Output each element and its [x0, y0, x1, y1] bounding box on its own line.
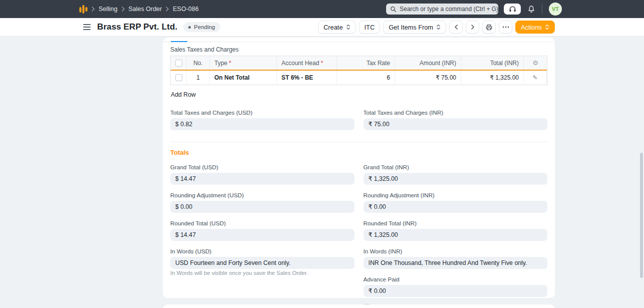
notifications-bell-icon[interactable]	[527, 5, 535, 14]
field-label: Rounding Adjustment (INR)	[364, 192, 548, 198]
headphones-icon	[509, 6, 516, 13]
menu-ellipsis-button[interactable]	[499, 21, 512, 34]
select-caret-icon	[545, 24, 549, 31]
field-label: Rounded Total (USD)	[170, 220, 355, 226]
sidebar-toggle-icon[interactable]	[83, 24, 91, 30]
chevron-left-icon	[454, 24, 458, 30]
field-label: Rounding Adjustment (USD)	[170, 192, 355, 198]
field-label: Rounded Total (INR)	[364, 220, 548, 226]
actions-button[interactable]: Actions	[515, 21, 555, 34]
itc-button[interactable]: ITC	[359, 21, 381, 34]
col-header-no: No.	[187, 56, 210, 70]
search-icon	[390, 6, 397, 13]
total-taxes-usd-value: $ 0.82	[170, 118, 355, 130]
col-header-amount: Amount (INR)	[395, 56, 461, 70]
get-items-from-button[interactable]: Get Items From	[383, 21, 446, 34]
totals-right-column: Grand Total (INR) ₹ 1,325.00 Rounding Ad…	[364, 164, 548, 308]
app-logo-icon[interactable]	[79, 5, 88, 14]
section-divider	[170, 142, 547, 142]
row-index: 1	[187, 71, 210, 85]
field-label: Total Taxes and Charges (INR)	[364, 109, 548, 116]
rounding-adjustment-inr-value: ₹ 0.00	[364, 201, 548, 213]
chevron-right-icon	[91, 6, 95, 12]
cell-amount[interactable]: ₹ 75.00	[395, 71, 461, 85]
rounded-total-usd-value: $ 14.47	[170, 229, 355, 241]
top-navbar: Selling Sales Order ESO-086 Search or ty…	[0, 0, 644, 18]
field-in-words-inr: In Words (INR) INR One Thousand, Three H…	[364, 248, 548, 269]
select-caret-icon	[346, 24, 351, 31]
in-words-usd-value: USD Fourteen and Forty Seven Cent only.	[170, 257, 355, 269]
ellipsis-icon	[502, 26, 509, 28]
col-header-tax-rate: Tax Rate	[337, 56, 395, 70]
next-document-button[interactable]	[466, 21, 479, 34]
chevron-right-icon	[471, 24, 475, 30]
user-avatar[interactable]: VT	[549, 3, 562, 16]
field-label: Grand Total (INR)	[364, 164, 548, 170]
help-headset-button[interactable]	[504, 4, 521, 15]
grand-total-inr-value: ₹ 1,325.00	[364, 173, 548, 185]
select-all-checkbox[interactable]	[175, 60, 182, 67]
table-settings-gear-icon[interactable]: ⚙	[532, 60, 538, 66]
page-header: Brass ERP Pvt. Ltd. Pending Create ITC G…	[0, 18, 644, 37]
edit-row-pencil-icon[interactable]: ✎	[532, 75, 537, 81]
status-dot-icon	[188, 26, 191, 29]
rounded-total-inr-value: ₹ 1,325.00	[364, 229, 548, 241]
field-label: In Words (INR)	[364, 248, 548, 254]
table-header-row: No. Type* Account Head* Tax Rate Amount …	[171, 56, 547, 71]
totals-left-column: Grand Total (USD) $ 14.47 Rounding Adjus…	[170, 164, 355, 308]
taxes-table-label: Sales Taxes and Charges	[170, 46, 547, 53]
field-label: In Words (USD)	[170, 248, 355, 254]
required-marker: *	[229, 60, 231, 67]
avatar-initials: VT	[552, 6, 559, 12]
toolbar-actions: Create ITC Get Items From	[318, 21, 555, 34]
breadcrumb-selling[interactable]: Selling	[99, 6, 118, 13]
field-total-taxes-inr: Total Taxes and Charges (INR) ₹ 75.00	[364, 109, 548, 130]
vertical-scrollbar[interactable]	[640, 153, 643, 278]
print-button[interactable]	[482, 21, 496, 34]
col-header-account-head: Account Head*	[277, 56, 337, 70]
next-section-card	[163, 304, 555, 308]
total-taxes-inr-value: ₹ 75.00	[364, 118, 548, 130]
select-caret-icon	[436, 24, 441, 31]
form-tabbar	[163, 38, 555, 42]
status-badge: Pending	[183, 22, 220, 32]
chevron-right-icon	[121, 6, 125, 12]
global-search-input[interactable]: Search or type a command (Ctrl + G)	[386, 4, 498, 15]
field-label: Total Taxes and Charges (USD)	[170, 109, 355, 116]
row-checkbox[interactable]	[175, 74, 182, 81]
cell-account-head[interactable]: ST 6% - BE	[277, 71, 337, 85]
form-card: Sales Taxes and Charges No. Type* Accoun…	[163, 38, 555, 298]
field-rounding-adjustment-inr: Rounding Adjustment (INR) ₹ 0.00	[364, 192, 548, 213]
advance-paid-value: ₹ 0.00	[364, 285, 548, 297]
field-label: Grand Total (USD)	[170, 164, 355, 170]
navbar-divider	[542, 4, 542, 14]
cell-type[interactable]: On Net Total	[210, 71, 277, 85]
field-in-words-usd: In Words (USD) USD Fourteen and Forty Se…	[170, 248, 355, 276]
required-marker: *	[320, 60, 323, 67]
cell-tax-rate[interactable]: 6	[337, 71, 395, 85]
col-header-total: Total (INR)	[461, 56, 524, 70]
create-button[interactable]: Create	[318, 21, 356, 34]
field-rounding-adjustment-usd: Rounding Adjustment (USD) $ 0.00	[170, 192, 355, 213]
field-label: Advance Paid	[364, 276, 548, 282]
col-header-type: Type*	[210, 56, 277, 70]
in-words-help-text: In Words will be visible once you save t…	[170, 270, 355, 276]
sales-taxes-and-charges-table: No. Type* Account Head* Tax Rate Amount …	[170, 56, 547, 85]
field-grand-total-usd: Grand Total (USD) $ 14.47	[170, 164, 355, 185]
totals-section-heading[interactable]: Totals	[170, 149, 547, 156]
field-total-taxes-usd: Total Taxes and Charges (USD) $ 0.82	[170, 109, 355, 130]
table-row: 1 On Net Total ST 6% - BE 6 ₹ 75.00 ₹ 1,…	[171, 71, 547, 85]
chevron-right-icon	[165, 6, 169, 12]
grand-total-usd-value: $ 14.47	[170, 173, 355, 185]
rounding-adjustment-usd-value: $ 0.00	[170, 201, 355, 213]
cell-total[interactable]: ₹ 1,325.00	[461, 71, 524, 85]
printer-icon	[485, 24, 493, 31]
field-rounded-total-usd: Rounded Total (USD) $ 14.47	[170, 220, 355, 241]
breadcrumb-sales-order[interactable]: Sales Order	[129, 6, 162, 13]
page-title: Brass ERP Pvt. Ltd.	[97, 22, 177, 32]
breadcrumb-current-doc[interactable]: ESO-086	[173, 6, 198, 13]
status-label: Pending	[194, 24, 215, 30]
add-row-button[interactable]: Add Row	[170, 90, 196, 99]
search-placeholder: Search or type a command (Ctrl + G)	[400, 6, 498, 13]
previous-document-button[interactable]	[449, 21, 463, 34]
